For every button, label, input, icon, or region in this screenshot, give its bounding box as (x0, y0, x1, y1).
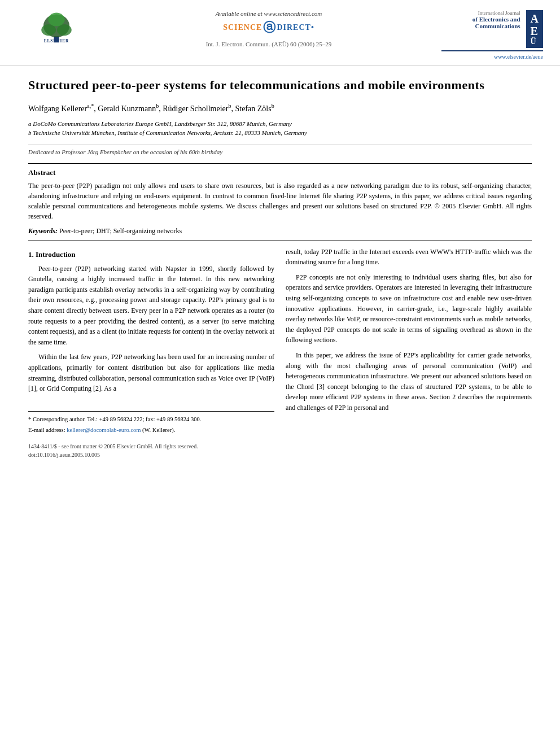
keywords-label: Keywords: (28, 227, 58, 235)
issn-line: 1434-8411/$ - see front matter © 2005 El… (28, 442, 274, 451)
header: ELSEVIER Available online at www.science… (0, 0, 560, 66)
science-text: SCIENCE (223, 23, 262, 32)
sciencedirect-logo: SCIENCE ⓐ DIRECT• (223, 19, 314, 36)
bottom-info-block: 1434-8411/$ - see front matter © 2005 El… (28, 442, 274, 459)
keywords-line: Keywords: Peer-to-peer; DHT; Self-organi… (28, 226, 532, 236)
author4-name: , Stefan Zöls (231, 104, 271, 113)
footnote-email-note: (W. Kellerer). (142, 427, 175, 433)
left-column: 1. Introduction Peer-to-peer (P2P) netwo… (28, 247, 274, 460)
aeu-intl-text: International Journal (473, 10, 520, 16)
elsevier-tree-icon: ELSEVIER (34, 10, 79, 44)
aeu-divider (441, 50, 543, 51)
svg-point-3 (57, 24, 72, 36)
available-online-text: Available online at www.sciencedirect.co… (216, 10, 322, 17)
aeu-badge: A E Ü (526, 10, 543, 48)
section1-para1: Peer-to-peer (P2P) networking started wi… (28, 264, 274, 348)
affiliation-b: b Technische Universität München, Instit… (28, 128, 532, 138)
abstract-text: The peer-to-peer (P2P) paradigm not only… (28, 181, 532, 221)
author1-name: Wolfgang Kellerer (28, 104, 87, 113)
author2-name: , Gerald Kunzmann (94, 104, 156, 113)
section1-heading: 1. Introduction (28, 250, 274, 259)
paper-title: Structured peer-to-peer systems for tele… (28, 77, 532, 94)
abstract-top-divider (28, 163, 532, 164)
aeu-journal-area: International Journal of Electronics and… (441, 10, 543, 60)
keywords-values: Peer-to-peer; DHT; Self-organizing netwo… (59, 227, 182, 235)
svg-point-4 (48, 13, 65, 27)
direct-text: DIRECT• (277, 23, 314, 32)
footnote-star: * Corresponding author. Tel.: +49 89 568… (28, 415, 274, 424)
section1-para2: Within the last few years, P2P networkin… (28, 352, 274, 394)
svg-text:ELSEVIER: ELSEVIER (44, 38, 69, 43)
aeu-journal-block: International Journal of Electronics and… (473, 10, 543, 48)
author3-name: , Rüdiger Schollmeier (159, 104, 228, 113)
doi-line: doi:10.1016/j.aeue.2005.10.005 (28, 451, 274, 459)
section1-para5: In this paper, we address the issue of P… (286, 350, 532, 413)
elsevier-logo-area: ELSEVIER (17, 10, 96, 44)
footnote-email-label: E-mail address: (28, 427, 65, 433)
svg-point-2 (41, 24, 56, 36)
section1-para2-text: Within the last few years, P2P networkin… (28, 353, 274, 392)
journal-website-text: www.elsevier.de/aeue (494, 54, 543, 60)
footnote-email: kellerer@docomolab-euro.com (67, 427, 141, 433)
abstract-heading: Abstract (28, 168, 532, 177)
affiliations-block: a DoCoMo Communications Laboratories Eur… (28, 119, 532, 138)
author4-sup: b (272, 103, 274, 109)
author1-sup: a,* (87, 103, 94, 109)
body-top-divider (28, 241, 532, 241)
footnote-block: * Corresponding author. Tel.: +49 89 568… (28, 411, 274, 435)
at-symbol-icon: ⓐ (263, 19, 275, 36)
aeu-electronics-text: of Electronics and (473, 16, 520, 23)
journal-header-center: Available online at www.sciencedirect.co… (96, 10, 441, 47)
section1-para3: result, today P2P traffic in the Interne… (286, 247, 532, 268)
main-content: Structured peer-to-peer systems for tele… (0, 66, 560, 470)
aeu-communications-text: Communications (473, 23, 520, 29)
authors-line: Wolfgang Kellerera,*, Gerald Kunzmannb, … (28, 102, 532, 115)
right-column: result, today P2P traffic in the Interne… (286, 247, 532, 460)
footnote-email-line: E-mail address: kellerer@docomolab-euro.… (28, 426, 274, 435)
page: ELSEVIER Available online at www.science… (0, 0, 560, 747)
journal-reference: Int. J. Electron. Commun. (AEÜ) 60 (2006… (206, 41, 332, 47)
affiliation-a: a DoCoMo Communications Laboratories Eur… (28, 119, 532, 129)
section1-para4: P2P concepts are not only interesting to… (286, 272, 532, 346)
two-column-body: 1. Introduction Peer-to-peer (P2P) netwo… (28, 247, 532, 460)
dedication-text: Dedicated to Professor Jörg Eberspächer … (28, 145, 532, 155)
